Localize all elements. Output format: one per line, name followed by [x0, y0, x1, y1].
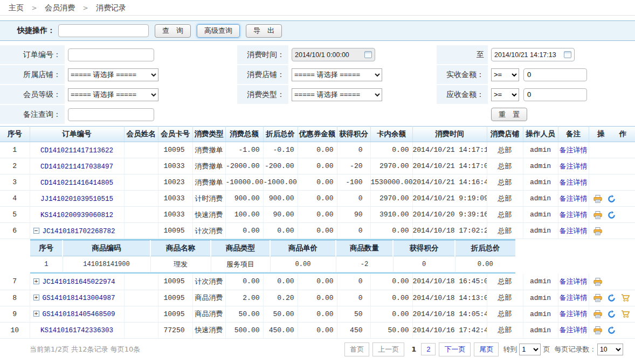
breadcrumb-home[interactable]: 主页 — [9, 3, 24, 12]
remark-detail-link[interactable]: 备注详情 — [560, 178, 588, 186]
to-label: 至 — [437, 45, 488, 64]
cell-type: 计时消费 — [192, 191, 225, 207]
own-store-select[interactable]: ===== 请选择 ===== — [68, 68, 158, 81]
refresh-icon[interactable] — [608, 294, 616, 302]
cell-name — [124, 174, 158, 191]
remark-detail-link[interactable]: 备注详情 — [560, 211, 588, 219]
consume-time-to-input[interactable] — [494, 51, 560, 59]
page-2-button[interactable]: 2 — [421, 343, 436, 355]
order-number-link[interactable]: CD1410211416414805 — [40, 179, 113, 187]
filter-row-1: 订单编号： 消费时间： 至 — [0, 45, 635, 64]
order-number-link[interactable]: CD1410211417038497 — [40, 163, 113, 171]
refresh-icon[interactable] — [608, 326, 616, 334]
expand-row-icon[interactable]: + — [33, 311, 39, 317]
reset-button[interactable]: 重 置 — [491, 108, 527, 121]
prev-page-button[interactable]: 上一页 — [372, 342, 404, 356]
column-header: 备注 — [558, 127, 589, 142]
next-page-button[interactable]: 下一页 — [439, 342, 471, 356]
cell-type: 商品消费 — [192, 290, 225, 306]
per-page-select[interactable]: 10 — [597, 344, 623, 355]
cell-time: 2014/10/18 14:05:46 — [412, 306, 487, 322]
cell-order: CD1410211417038497 — [30, 158, 124, 174]
order-number-link[interactable]: JJ1410201039510515 — [40, 195, 113, 203]
order-number-link[interactable]: JC1410181645022974 — [43, 278, 115, 286]
expand-row-icon[interactable]: + — [33, 278, 39, 284]
order-no-input[interactable] — [68, 48, 154, 61]
cell-discounted: 0.20 — [263, 290, 298, 306]
consume-time-from-field[interactable] — [292, 48, 375, 61]
cell-discounted: -0.10 — [263, 142, 298, 158]
receivable-amount-input[interactable] — [523, 88, 587, 101]
remark-detail-link[interactable]: 备注详情 — [560, 146, 588, 154]
cell-discounted: 90.00 — [263, 207, 298, 223]
last-page-button[interactable]: 尾页 — [474, 342, 499, 356]
cell-no: 6 — [0, 223, 30, 239]
cell-total: -10000.00 — [225, 174, 263, 191]
cell-remark: 备注详情 — [558, 142, 589, 158]
export-button[interactable]: 导 出 — [246, 24, 282, 38]
expand-row-icon[interactable]: + — [33, 295, 39, 300]
print-icon[interactable] — [593, 278, 602, 286]
print-icon[interactable] — [593, 326, 602, 334]
print-icon[interactable] — [593, 294, 602, 302]
cell-remark: 备注详情 — [558, 322, 589, 338]
cell-discounted: 450.00 — [263, 322, 298, 338]
remark-detail-link[interactable]: 备注详情 — [560, 162, 588, 170]
calendar-icon[interactable] — [564, 51, 571, 58]
print-icon[interactable] — [593, 211, 602, 219]
remark-detail-link[interactable]: 备注详情 — [560, 326, 588, 334]
remark-detail-link[interactable]: 备注详情 — [560, 293, 588, 302]
cell-points: -20 — [337, 158, 370, 174]
cell-ops — [589, 223, 635, 239]
received-amount-label: 实收金额： — [437, 65, 488, 84]
received-operator-select[interactable]: >= — [491, 68, 519, 81]
remark-detail-link[interactable]: 备注详情 — [560, 277, 588, 285]
order-number-link[interactable]: JC1410181702268782 — [43, 228, 115, 235]
cell-name — [124, 142, 158, 158]
refresh-icon[interactable] — [608, 211, 616, 219]
cell-time: 2014/10/21 14:17:03 — [412, 158, 487, 174]
breadcrumb-member-consumption[interactable]: 会员消费 — [45, 3, 75, 12]
cart-icon[interactable] — [621, 294, 630, 302]
remark-query-input[interactable] — [68, 108, 154, 121]
order-number-link[interactable]: KS1410161742336303 — [40, 327, 113, 334]
advanced-search-button[interactable]: 高级查询 — [197, 24, 240, 38]
cell-order: +JC1410181645022974 — [30, 274, 124, 290]
refresh-icon[interactable] — [608, 310, 616, 318]
column-header: 消费总额 — [225, 127, 263, 142]
calendar-icon[interactable] — [364, 51, 372, 58]
search-button[interactable]: 查 询 — [155, 24, 191, 38]
refresh-icon[interactable] — [608, 195, 616, 203]
consume-type-select[interactable]: ===== 请选择 ===== — [292, 88, 382, 101]
consume-time-to-field[interactable] — [491, 48, 575, 61]
received-amount-input[interactable] — [523, 68, 587, 81]
cart-icon[interactable] — [621, 310, 630, 318]
print-icon[interactable] — [593, 195, 602, 203]
order-number-link[interactable]: KS1410200939060812 — [40, 212, 113, 219]
cell-balance: 0.00 — [370, 223, 412, 239]
print-icon[interactable] — [593, 310, 602, 318]
first-page-button[interactable]: 首页 — [344, 342, 369, 356]
order-number-link[interactable]: GS1410181413004987 — [43, 295, 115, 302]
remark-detail-link[interactable]: 备注详情 — [560, 310, 588, 318]
order-number-link[interactable]: CD1410211417113622 — [40, 147, 113, 155]
cell-card: 10033 — [158, 207, 192, 223]
cell-order: KS1410161742336303 — [30, 322, 124, 338]
cell-name — [124, 223, 158, 239]
member-level-select[interactable]: ===== 请选择 ===== — [68, 88, 158, 101]
cell-balance: 3910.00 — [370, 207, 412, 223]
cell-balance: 0.00 — [370, 142, 412, 158]
remark-detail-link[interactable]: 备注详情 — [560, 194, 588, 202]
consume-store-select[interactable]: ===== 请选择 ===== — [292, 68, 382, 81]
remark-detail-link[interactable]: 备注详情 — [560, 227, 588, 235]
consume-time-from-input[interactable] — [295, 51, 361, 59]
quick-search-input[interactable] — [58, 24, 149, 37]
cell-total: 500.00 — [225, 322, 263, 338]
order-number-link[interactable]: GS1410181405468509 — [43, 311, 115, 318]
receivable-operator-select[interactable]: >= — [491, 88, 519, 101]
cell-ops — [589, 274, 635, 290]
goto-page-select[interactable]: 1 — [519, 344, 541, 355]
collapse-row-icon[interactable]: − — [33, 228, 39, 234]
current-page-number: 1 — [410, 344, 418, 355]
print-icon[interactable] — [593, 227, 602, 235]
